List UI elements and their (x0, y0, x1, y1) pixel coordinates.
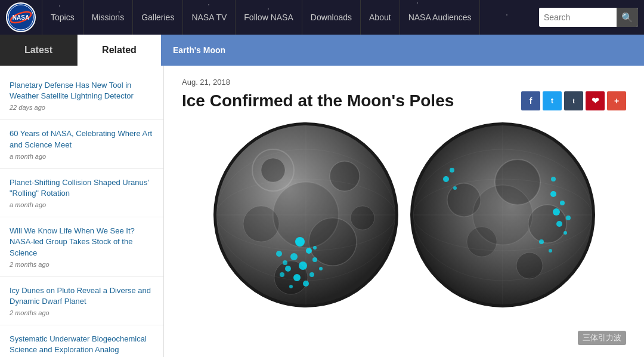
tab-latest[interactable]: Latest (0, 35, 78, 66)
svg-point-55 (453, 186, 457, 190)
pinterest-share-button[interactable]: ❤ (586, 91, 605, 110)
list-item[interactable]: 60 Years of NASA, Celebrating Where Art … (0, 120, 163, 168)
nav-downloads[interactable]: Downloads (302, 0, 361, 35)
sub-header: Latest Related Earth's Moon (0, 35, 644, 66)
article-date: Aug. 21, 2018 (182, 78, 626, 87)
svg-point-22 (299, 261, 307, 270)
main-layout: Planetary Defense Has New Tool in Weathe… (0, 66, 644, 357)
nav-galleries[interactable]: Galleries (133, 0, 183, 35)
list-item[interactable]: Will We Know Life When We See It? NASA-l… (0, 217, 163, 277)
moon-images (182, 122, 626, 307)
more-share-button[interactable]: + (607, 91, 626, 110)
svg-point-49 (566, 216, 571, 220)
svg-point-25 (293, 274, 301, 281)
search-box: 🔍 (539, 8, 638, 27)
svg-point-48 (553, 208, 560, 216)
twitter-share-button[interactable]: t (543, 91, 562, 110)
nav-follow-nasa[interactable]: Follow NASA (236, 0, 302, 35)
breadcrumb-bar: Earth's Moon (161, 35, 644, 66)
svg-point-27 (283, 260, 287, 265)
content-area: Aug. 21, 2018 Ice Confirmed at the Moon'… (164, 66, 644, 357)
svg-point-51 (564, 231, 567, 235)
nasa-logo[interactable]: NASA (6, 2, 36, 32)
svg-point-56 (539, 239, 544, 244)
svg-point-24 (309, 272, 314, 277)
breadcrumb-text: Earth's Moon (173, 45, 225, 55)
svg-point-26 (276, 251, 282, 257)
svg-text:NASA: NASA (13, 14, 29, 21)
svg-point-20 (290, 253, 298, 260)
svg-point-19 (306, 248, 312, 254)
svg-point-23 (285, 266, 291, 272)
svg-point-32 (280, 272, 284, 277)
social-buttons: f t t ❤ + (521, 91, 626, 110)
svg-point-28 (319, 267, 323, 270)
svg-point-31 (313, 246, 317, 250)
moon-north-pole (410, 122, 595, 307)
svg-point-29 (303, 281, 309, 287)
list-item[interactable]: Systematic Underwater Biogeochemical Sci… (0, 325, 163, 357)
svg-point-46 (550, 191, 556, 197)
list-item[interactable]: Planetary Defense Has New Tool in Weathe… (0, 72, 163, 120)
nav-nasa-audiences[interactable]: NASA Audiences (400, 0, 481, 35)
svg-point-57 (549, 249, 552, 253)
svg-point-50 (556, 221, 562, 227)
svg-point-54 (443, 176, 449, 182)
facebook-share-button[interactable]: f (521, 91, 540, 110)
svg-point-8 (330, 161, 360, 191)
svg-point-47 (560, 201, 565, 205)
article-header: Ice Confirmed at the Moon's Poles f t t … (182, 91, 626, 110)
sidebar: Planetary Defense Has New Tool in Weathe… (0, 66, 164, 357)
article-title: Ice Confirmed at the Moon's Poles (182, 91, 509, 110)
main-nav: Topics Missions Galleries NASA TV Follow… (42, 0, 539, 35)
svg-point-21 (312, 257, 317, 262)
svg-point-18 (295, 237, 305, 247)
nav-about[interactable]: About (361, 0, 400, 35)
tumblr-share-button[interactable]: t (564, 91, 583, 110)
nav-topics[interactable]: Topics (42, 0, 83, 35)
svg-point-30 (289, 285, 293, 288)
search-input[interactable] (539, 8, 617, 27)
search-button[interactable]: 🔍 (617, 8, 638, 27)
svg-point-13 (351, 206, 374, 230)
nav-nasa-tv[interactable]: NASA TV (183, 0, 236, 35)
svg-point-53 (450, 168, 454, 173)
svg-point-7 (261, 158, 285, 182)
list-item[interactable]: Icy Dunes on Pluto Reveal a Diverse and … (0, 277, 163, 325)
nav-missions[interactable]: Missions (83, 0, 133, 35)
svg-point-40 (516, 253, 543, 279)
svg-point-52 (551, 177, 556, 181)
list-item[interactable]: Planet-Shifting Collision Shaped Uranus'… (0, 169, 163, 217)
moon-south-pole (213, 122, 398, 307)
tab-related[interactable]: Related (78, 35, 161, 66)
